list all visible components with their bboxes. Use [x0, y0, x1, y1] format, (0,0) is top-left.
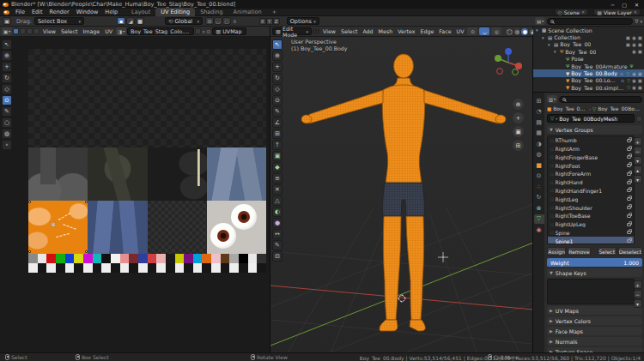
shading-mode-0[interactable]: ◯: [506, 28, 513, 35]
uv-menu-select[interactable]: Select: [58, 28, 80, 34]
vp-menu-face[interactable]: Face: [436, 28, 453, 34]
vp-menu-uv[interactable]: UV: [454, 28, 467, 34]
rotate-tool[interactable]: ↻: [272, 73, 283, 83]
vertex-select-mode-button[interactable]: ▪: [117, 17, 125, 25]
remove-vertex-group-button[interactable]: −: [634, 147, 642, 155]
camera-icon[interactable]: ▣: [638, 85, 642, 90]
proportional-editing-icon[interactable]: ◌: [222, 17, 231, 25]
tab-modifiers[interactable]: ⊙: [534, 171, 544, 181]
camera-icon[interactable]: ▣: [638, 78, 642, 83]
tab-layout[interactable]: Layout: [126, 8, 155, 16]
outliner-row-boy-tee-00armature[interactable]: ΨBoy_Tee_00ArmatureΨ: [533, 63, 644, 69]
options-dropdown[interactable]: Options▾: [287, 17, 319, 25]
outliner-row-boy-tee-00[interactable]: ▾▤Boy_Tee_00▣◉▣: [533, 41, 644, 48]
tab-world[interactable]: ◍: [534, 150, 544, 159]
unlock-icon[interactable]: [627, 172, 631, 176]
eye-icon[interactable]: ◉: [632, 78, 636, 83]
viewport-canvas[interactable]: ↖⊕+↻◇⊙✎∠⊞↑▣◆≡✕△◐●↔✎⊟ User Perspective (1…: [270, 37, 532, 352]
unlock-icon[interactable]: [627, 155, 631, 159]
snap-magnet-icon[interactable]: ◡: [214, 17, 222, 25]
menu-file[interactable]: File: [12, 9, 28, 15]
outliner-filter-caret[interactable]: ▾: [640, 19, 642, 24]
disclosure-caret[interactable]: ▾: [536, 27, 540, 33]
tab-output[interactable]: ▤: [534, 117, 544, 127]
vertex-group-rightarm[interactable]: ∷RightArm: [548, 145, 634, 153]
tab-animation[interactable]: Animation: [228, 8, 267, 16]
navigation-gizmo[interactable]: [491, 45, 526, 80]
eye-icon[interactable]: ◉: [632, 49, 636, 54]
image-new-button[interactable]: [195, 28, 201, 34]
tab-render[interactable]: ◔: [534, 107, 544, 117]
bevel-tool[interactable]: ◆: [272, 162, 283, 172]
eye-icon[interactable]: ◉: [632, 71, 636, 76]
camera-view-button[interactable]: ▣: [513, 126, 524, 137]
tab-view-layer[interactable]: ▦: [534, 129, 544, 138]
breadcrumb-object[interactable]: Boy_Tee_00.B...: [553, 105, 587, 111]
transform-pivot-icon[interactable]: ⊙: [467, 27, 477, 35]
tweak-tool[interactable]: ↖: [2, 39, 12, 50]
panel-uv-maps[interactable]: ▶UV Maps: [547, 306, 642, 315]
checkbox-icon[interactable]: ▣: [626, 35, 630, 40]
mirror-x[interactable]: X: [259, 18, 266, 25]
vp-menu-add[interactable]: Add: [360, 28, 375, 34]
spin-tool[interactable]: ◐: [272, 207, 283, 217]
assign-button[interactable]: Assign: [547, 247, 566, 256]
remove-button[interactable]: Remove: [568, 247, 590, 256]
uvmap-field[interactable]: ▦UVMap: [212, 27, 246, 35]
properties-editor-type-dropdown[interactable]: ▥▾: [547, 95, 557, 103]
panel-vertex-colors[interactable]: ▶Vertex Colors: [547, 316, 642, 325]
measure-tool[interactable]: ∠: [272, 117, 283, 128]
vp-menu-mesh[interactable]: Mesh: [376, 28, 396, 34]
outliner-row-pose[interactable]: ΨPose: [533, 56, 644, 63]
cursor-tool[interactable]: ⊕: [2, 51, 12, 61]
uv-menu-view[interactable]: View: [40, 28, 58, 34]
mirror-y[interactable]: Y: [266, 18, 273, 25]
menu-render[interactable]: Render: [46, 9, 72, 15]
scale-tool[interactable]: ◇: [2, 84, 12, 94]
selection-handle[interactable]: [28, 250, 31, 253]
outliner-row-boy-tee-00[interactable]: ▾ΨBoy_Tee_00◉▣: [533, 48, 644, 55]
eye-icon[interactable]: ◉: [632, 42, 636, 47]
tab-scene[interactable]: ◑: [534, 139, 544, 148]
vertex-groups-list[interactable]: ∷RThumb∷RightArm∷RightFingerBase∷RightFo…: [547, 135, 635, 244]
outliner-row-collection[interactable]: ▾▤Collection▣◉▣: [533, 33, 644, 40]
add-vertex-group-button[interactable]: +: [634, 137, 642, 146]
snap-toggle-icon[interactable]: ◡: [479, 27, 489, 35]
outliner-row-scene-collection[interactable]: ▾▦Scene Collection: [533, 27, 644, 33]
image-unlink-icon[interactable]: ✕: [202, 29, 205, 34]
outliner-search-input[interactable]: [547, 18, 633, 25]
face-select-mode-button[interactable]: ■: [136, 17, 144, 25]
close-button[interactable]: ✕: [635, 2, 639, 8]
image-browse-icon[interactable]: ◨▾: [116, 27, 126, 35]
unlock-icon[interactable]: [627, 189, 631, 192]
menu-help[interactable]: Help: [101, 9, 121, 15]
face-mode-button[interactable]: [318, 28, 319, 34]
pin-icon[interactable]: ⊙: [206, 28, 210, 34]
vertex-group-righthand[interactable]: ∷RightHand: [548, 178, 634, 187]
tab-shading[interactable]: Shading: [195, 8, 228, 16]
mode-dropdown[interactable]: ▦Edit Mode ▾: [272, 27, 312, 35]
vertex-group-rightforearm[interactable]: ∷RightForeArm: [548, 170, 634, 178]
rotate-tool[interactable]: ↻: [2, 73, 12, 83]
disclosure-caret[interactable]: ▾: [554, 49, 558, 54]
outliner-row-boy-tee-00-low-poly[interactable]: ▼Boy_Tee_00.Low-Poly⊙▽◉▣: [533, 77, 644, 84]
sculpt-grab-tool[interactable]: ○: [2, 117, 12, 128]
vertex-group-rightleg[interactable]: ∷RightLeg: [548, 195, 634, 203]
shape-key-specials-button[interactable]: ▾: [634, 299, 642, 308]
add-cube-tool[interactable]: ⊞: [272, 129, 283, 139]
breadcrumb-data[interactable]: Boy_Tee_00BodyM...: [598, 105, 642, 111]
unlock-icon[interactable]: [627, 181, 631, 184]
remove-shape-key-button[interactable]: −: [634, 290, 642, 298]
unlock-icon[interactable]: [627, 214, 631, 218]
vertex-group-rthumb[interactable]: ∷RThumb: [548, 136, 634, 145]
unlock-icon[interactable]: [627, 139, 631, 142]
edge-slide-tool[interactable]: ↔: [272, 229, 283, 239]
orientation-dropdown[interactable]: ⟲Global ▾: [165, 17, 203, 25]
vp-menu-select[interactable]: Select: [338, 28, 360, 34]
weight-slider[interactable]: Weight 1.000: [547, 258, 642, 267]
poly-build-tool[interactable]: △: [272, 196, 283, 206]
vertex-group-rightupleg[interactable]: ∷RightUpLeg: [548, 220, 634, 229]
add-shape-key-button[interactable]: +: [634, 280, 642, 289]
minimize-button[interactable]: ─: [611, 2, 615, 8]
shrink-fatten-tool[interactable]: ✎: [272, 240, 283, 250]
